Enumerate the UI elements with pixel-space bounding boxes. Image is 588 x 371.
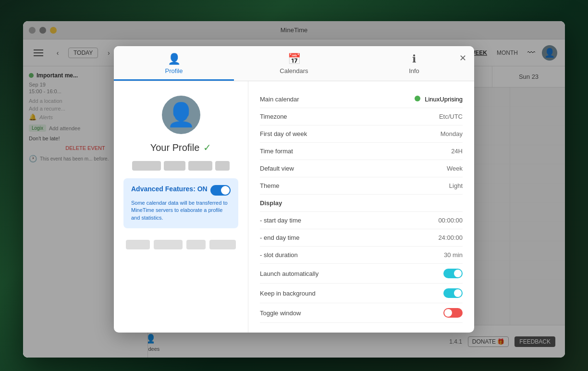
blur-block — [186, 240, 206, 249]
profile-blur-row-1 — [123, 161, 238, 171]
advanced-desc: Some calendar data will be transferred t… — [131, 199, 231, 222]
setting-keep-bg: Keep in background — [260, 284, 463, 303]
theme-value: Light — [449, 182, 463, 189]
profile-avatar: 👤 — [162, 96, 200, 134]
end-day-value: 24:00:00 — [438, 234, 463, 241]
blur-block — [164, 161, 185, 171]
launch-auto-toggle[interactable] — [443, 269, 463, 278]
profile-title-row: Your Profile ✓ — [150, 142, 212, 153]
theme-label: Theme — [260, 182, 279, 189]
toggle-knob — [454, 289, 462, 297]
blur-block — [132, 161, 161, 171]
advanced-toggle-row: Advanced Features: ON — [131, 185, 231, 196]
blur-block — [188, 161, 212, 171]
setting-launch-auto: Launch automatically — [260, 264, 463, 284]
info-tab-icon: ℹ — [412, 53, 416, 65]
blur-block — [209, 240, 236, 249]
blur-block — [154, 240, 183, 249]
slot-duration-label: - slot duration — [260, 251, 298, 259]
setting-start-day: - start day time 00:00:00 — [260, 212, 463, 229]
main-calendar-value: LinuxUprising — [415, 96, 463, 103]
display-header-label: Display — [260, 199, 282, 207]
tab-calendars[interactable]: 📅 Calendars — [234, 46, 354, 81]
calendar-dot — [415, 96, 420, 101]
advanced-title: Advanced Features: ON — [131, 185, 208, 193]
tab-info[interactable]: ℹ Info — [354, 46, 474, 81]
setting-toggle-window: Toggle window — [260, 303, 463, 323]
toggle-knob — [444, 309, 452, 317]
modal-body: 👤 Your Profile ✓ — [114, 81, 474, 333]
setting-first-day: First day of week Monday — [260, 125, 463, 143]
calendars-tab-icon: 📅 — [288, 53, 301, 65]
profile-check-icon: ✓ — [203, 142, 211, 153]
setting-end-day: - end day time 24:00:00 — [260, 229, 463, 247]
setting-main-calendar: Main calendar LinuxUprising — [260, 91, 463, 108]
profile-tab-icon: 👤 — [168, 53, 181, 65]
calendars-tab-label: Calendars — [280, 67, 308, 74]
profile-blur-row-2 — [123, 240, 238, 249]
keep-bg-label: Keep in background — [260, 290, 316, 297]
default-view-label: Default view — [260, 165, 294, 172]
setting-default-view: Default view Week — [260, 160, 463, 177]
modal-close-button[interactable]: ✕ — [459, 53, 466, 63]
advanced-toggle[interactable] — [210, 185, 231, 196]
setting-timezone: Timezone Etc/UTC — [260, 108, 463, 125]
first-day-value: Monday — [441, 130, 463, 137]
start-day-label: - start day time — [260, 217, 301, 224]
setting-time-format: Time format 24H — [260, 143, 463, 160]
blur-block — [215, 161, 230, 171]
default-view-value: Week — [447, 165, 463, 172]
settings-panel: Main calendar LinuxUprising Timezone Etc… — [248, 81, 474, 333]
launch-auto-label: Launch automatically — [260, 270, 318, 277]
modal-tabs: 👤 Profile 📅 Calendars ℹ Info — [114, 46, 474, 81]
setting-display-header: Display — [260, 195, 463, 212]
settings-modal: 👤 Profile 📅 Calendars ℹ Info — [114, 46, 474, 333]
end-day-label: - end day time — [260, 234, 299, 241]
profile-title: Your Profile — [150, 142, 200, 153]
advanced-features-box: Advanced Features: ON Some calendar data… — [123, 178, 238, 228]
slot-duration-value: 30 min — [444, 251, 463, 259]
info-tab-label: Info — [409, 67, 419, 74]
setting-slot-duration: - slot duration 30 min — [260, 247, 463, 264]
start-day-value: 00:00:00 — [438, 217, 463, 224]
app-window: MineTime ‹ TODAY › September 2018 DAY AG… — [23, 21, 565, 358]
setting-theme: Theme Light — [260, 177, 463, 195]
profile-tab-label: Profile — [165, 67, 183, 74]
first-day-label: First day of week — [260, 130, 307, 137]
toggle-window-label: Toggle window — [260, 309, 301, 317]
tab-profile[interactable]: 👤 Profile — [114, 46, 234, 81]
toggle-knob — [221, 186, 230, 195]
keep-bg-toggle[interactable] — [443, 288, 463, 298]
timezone-label: Timezone — [260, 113, 287, 120]
main-calendar-label: Main calendar — [260, 96, 299, 103]
toggle-window-toggle[interactable] — [443, 308, 463, 318]
blur-block — [126, 240, 150, 249]
time-format-value: 24H — [451, 148, 463, 155]
modal-overlay: 👤 Profile 📅 Calendars ℹ Info — [23, 21, 565, 358]
modal-wrapper: 👤 Profile 📅 Calendars ℹ Info — [114, 46, 474, 333]
profile-panel: 👤 Your Profile ✓ — [114, 81, 248, 333]
app-body: ‹ TODAY › September 2018 DAY AGENDA WEEK… — [23, 39, 565, 358]
timezone-value: Etc/UTC — [439, 113, 463, 120]
toggle-knob — [454, 270, 462, 277]
time-format-label: Time format — [260, 148, 293, 155]
